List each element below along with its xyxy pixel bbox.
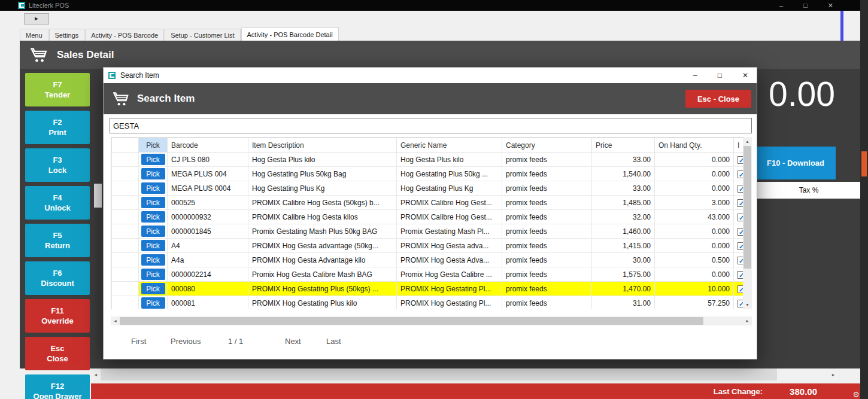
row-checkbox[interactable]: ✓ bbox=[738, 257, 743, 264]
col-barcode[interactable]: Barcode bbox=[168, 138, 248, 153]
row-checkbox[interactable]: ✓ bbox=[738, 228, 743, 236]
table-row[interactable]: Pick 0000001845 Promix Gestating Mash Pl… bbox=[112, 224, 743, 239]
last-change-label: Last Change: bbox=[714, 387, 763, 396]
pick-button[interactable]: Pick bbox=[141, 168, 165, 179]
row-checkbox[interactable]: ✓ bbox=[738, 170, 743, 178]
table-row[interactable]: Pick 0000000932 PROMIX Calibre Hog Gesta… bbox=[112, 210, 743, 224]
barcode-cell: A4 bbox=[168, 239, 248, 253]
gear-icon[interactable]: ⚙ bbox=[852, 390, 860, 399]
tab-settings[interactable]: Settings bbox=[49, 29, 85, 41]
pick-button[interactable]: Pick bbox=[141, 197, 165, 208]
pick-button[interactable]: Pick bbox=[141, 154, 165, 165]
scroll-thumb[interactable] bbox=[743, 146, 751, 269]
table-row[interactable]: Pick MEGA PLUS 0004 Hog Gestating Plus K… bbox=[112, 181, 743, 196]
table-row[interactable]: Pick 000081 PROMIX Hog Gestating Plus ki… bbox=[112, 296, 743, 310]
fkey-f6-discount[interactable]: F6 Discount bbox=[25, 261, 90, 295]
row-checkbox[interactable]: ✓ bbox=[738, 199, 743, 207]
scroll-left-icon[interactable]: ◄ bbox=[91, 368, 101, 380]
pager-first[interactable]: First bbox=[131, 337, 146, 346]
pick-button[interactable]: Pick bbox=[141, 283, 165, 294]
main-horizontal-scrollbar[interactable]: ◄ ► bbox=[91, 368, 838, 380]
item-description-cell: Promix Gestating Mash Plus 50kg BAG bbox=[248, 224, 397, 239]
row-selector[interactable] bbox=[112, 210, 139, 224]
fkey-f3-lock[interactable]: F3 Lock bbox=[25, 148, 90, 182]
dialog-maximize-button[interactable]: □ bbox=[718, 71, 722, 80]
col-category[interactable]: Category bbox=[502, 138, 592, 153]
row-checkbox[interactable]: ✓ bbox=[738, 214, 743, 221]
scroll-right-icon[interactable]: ► bbox=[743, 316, 752, 325]
row-checkbox[interactable]: ✓ bbox=[738, 285, 743, 293]
col-inventory[interactable]: I bbox=[734, 138, 743, 153]
row-selector[interactable] bbox=[112, 267, 139, 282]
pager-next[interactable]: Next bbox=[285, 337, 301, 346]
fkey-f7-tender[interactable]: F7 Tender bbox=[25, 73, 90, 106]
download-button[interactable]: F10 - Download bbox=[755, 147, 836, 179]
table-row[interactable]: Pick 0000002214 Promix Hog Gesta Calibre… bbox=[112, 267, 743, 282]
window-minimize-button[interactable]: – bbox=[779, 2, 783, 9]
tab-menu[interactable]: Menu bbox=[20, 29, 48, 41]
fkey-f5-return[interactable]: F5 Return bbox=[25, 224, 90, 257]
table-vertical-scrollbar[interactable]: ▲ ▼ bbox=[743, 137, 752, 309]
price-cell: 1,460.00 bbox=[592, 224, 655, 239]
pick-button[interactable]: Pick bbox=[141, 226, 165, 237]
tab-activity-pos-barcode-detail[interactable]: Activity - POS Barcode Detail bbox=[241, 28, 339, 41]
pager-last[interactable]: Last bbox=[326, 337, 341, 346]
col-item-description[interactable]: Item Description bbox=[248, 138, 397, 153]
table-row[interactable]: Pick A4 PROMIX Hog Gesta advantage (50kg… bbox=[112, 239, 743, 253]
esc-close-button[interactable]: Esc - Close bbox=[685, 90, 751, 108]
window-close-button[interactable]: ✕ bbox=[828, 2, 833, 10]
row-checkbox[interactable]: ✓ bbox=[738, 271, 743, 279]
pick-button[interactable]: Pick bbox=[141, 254, 165, 266]
table-row[interactable]: Pick A4a PROMIX Hog Gesta Advantage kilo… bbox=[112, 253, 743, 267]
row-selector[interactable] bbox=[112, 153, 139, 167]
row-selector[interactable] bbox=[112, 196, 139, 210]
tab-setup-customer-list[interactable]: Setup - Customer List bbox=[165, 29, 240, 41]
row-checkbox[interactable]: ✓ bbox=[738, 300, 743, 307]
pager-previous[interactable]: Previous bbox=[171, 337, 201, 346]
table-row[interactable]: Pick MEGA PLUS 004 Hog Gestating Plus 50… bbox=[112, 167, 743, 181]
dialog-minimize-button[interactable]: – bbox=[693, 71, 697, 80]
fkey-f12-open-drawer[interactable]: F12 Open Drawer bbox=[25, 374, 90, 399]
scroll-down-icon[interactable]: ▼ bbox=[743, 300, 752, 309]
col-on-hand-qty[interactable]: On Hand Qty. bbox=[655, 138, 734, 153]
row-checkbox[interactable]: ✓ bbox=[738, 242, 743, 250]
main-vertical-scrollbar[interactable] bbox=[94, 184, 102, 208]
fkey-f11-override[interactable]: F11 Override bbox=[25, 299, 90, 333]
row-checkbox[interactable]: ✓ bbox=[738, 156, 743, 164]
table-row[interactable]: Pick 000525 PROMIX Calibre Hog Gesta (50… bbox=[112, 196, 743, 210]
fkey-esc-close[interactable]: Esc Close bbox=[25, 337, 90, 370]
scroll-thumb[interactable] bbox=[101, 368, 777, 380]
row-selector[interactable] bbox=[112, 253, 139, 267]
fkey-f2-print[interactable]: F2 Print bbox=[25, 111, 90, 144]
table-row[interactable]: Pick 000080 PROMIX Hog Gestating Plus (5… bbox=[112, 282, 743, 296]
row-selector[interactable] bbox=[112, 167, 139, 181]
window-maximize-button[interactable]: □ bbox=[803, 2, 808, 9]
scroll-thumb[interactable] bbox=[120, 317, 703, 325]
dialog-close-button[interactable]: ✕ bbox=[742, 71, 748, 80]
pick-button[interactable]: Pick bbox=[141, 182, 165, 194]
row-selector[interactable] bbox=[112, 239, 139, 253]
col-pick[interactable]: Pick bbox=[139, 138, 168, 153]
tab-activity-pos-barcode[interactable]: Activity - POS Barcode bbox=[85, 29, 164, 41]
category-cell: promix feeds bbox=[502, 267, 592, 282]
pick-button[interactable]: Pick bbox=[141, 240, 165, 251]
search-input[interactable] bbox=[110, 118, 752, 133]
row-selector[interactable] bbox=[112, 282, 139, 296]
scroll-up-icon[interactable]: ▲ bbox=[743, 137, 752, 146]
col-price[interactable]: Price bbox=[592, 138, 655, 153]
pick-button[interactable]: Pick bbox=[141, 297, 165, 309]
scroll-right-icon[interactable]: ► bbox=[828, 368, 838, 380]
scroll-left-icon[interactable]: ◄ bbox=[111, 316, 120, 325]
fkey-label: Override bbox=[25, 316, 90, 325]
col-generic-name[interactable]: Generic Name bbox=[397, 138, 502, 153]
table-horizontal-scrollbar[interactable]: ◄ ► bbox=[111, 316, 752, 325]
row-checkbox[interactable]: ✓ bbox=[738, 185, 743, 193]
row-selector[interactable] bbox=[112, 181, 139, 196]
pick-button[interactable]: Pick bbox=[141, 269, 165, 280]
row-selector[interactable] bbox=[112, 224, 139, 239]
run-button[interactable]: ► bbox=[24, 13, 49, 25]
table-row[interactable]: Pick CJ PLS 080 Hog Gesta Plus kilo Hog … bbox=[112, 153, 743, 167]
row-selector[interactable] bbox=[112, 296, 139, 310]
pick-button[interactable]: Pick bbox=[141, 211, 165, 223]
fkey-f4-unlock[interactable]: F4 Unlock bbox=[25, 186, 90, 220]
